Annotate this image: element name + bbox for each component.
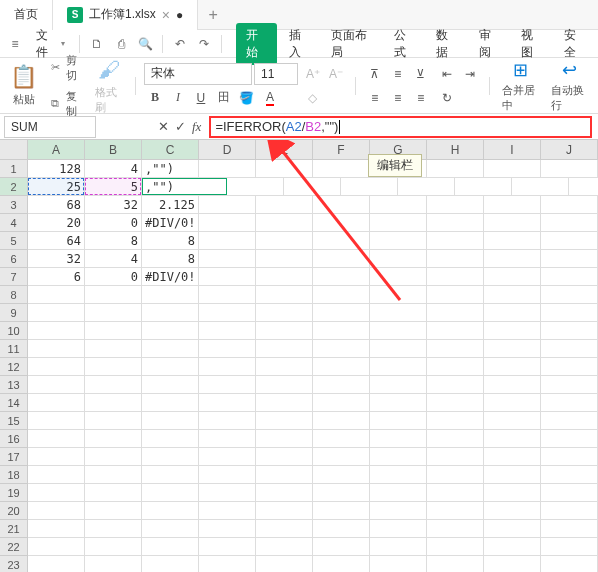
cell[interactable] [313, 466, 370, 484]
cell[interactable] [370, 286, 427, 304]
ribbon-tab-insert[interactable]: 插入 [279, 23, 319, 65]
cell[interactable] [541, 322, 598, 340]
cell[interactable] [256, 214, 313, 232]
cell[interactable] [85, 556, 142, 572]
row-header[interactable]: 11 [0, 340, 28, 358]
italic-button[interactable]: I [167, 87, 189, 109]
cell[interactable] [199, 466, 256, 484]
cell[interactable] [313, 196, 370, 214]
cell[interactable] [313, 322, 370, 340]
align-bottom-button[interactable]: ⊻ [410, 63, 432, 85]
app-menu-icon[interactable]: ≡ [4, 32, 26, 56]
cell[interactable] [541, 502, 598, 520]
cell[interactable] [484, 484, 541, 502]
cell[interactable] [199, 502, 256, 520]
cell[interactable] [313, 286, 370, 304]
cell[interactable] [256, 412, 313, 430]
cell[interactable]: 0 [85, 268, 142, 286]
cell[interactable]: 8 [142, 232, 199, 250]
font-size-select[interactable]: 11 [254, 63, 298, 85]
cell[interactable]: #DIV/0! [142, 214, 199, 232]
cell[interactable] [142, 466, 199, 484]
cell[interactable] [85, 412, 142, 430]
cell[interactable] [313, 502, 370, 520]
cell[interactable] [199, 340, 256, 358]
cell[interactable] [313, 268, 370, 286]
cell[interactable] [541, 394, 598, 412]
cell[interactable]: 8 [85, 232, 142, 250]
align-right-button[interactable]: ≡ [410, 87, 432, 109]
cell[interactable] [256, 286, 313, 304]
fx-icon[interactable]: fx [192, 119, 201, 135]
cell[interactable] [313, 214, 370, 232]
cell[interactable]: #DIV/0! [142, 268, 199, 286]
cell[interactable] [484, 556, 541, 572]
cell[interactable] [142, 286, 199, 304]
cell[interactable] [28, 286, 85, 304]
cell[interactable] [256, 250, 313, 268]
cell[interactable] [256, 520, 313, 538]
border-button[interactable]: 田 [213, 87, 235, 109]
cell[interactable]: 25 [28, 178, 85, 196]
cell[interactable] [199, 250, 256, 268]
cell[interactable] [199, 160, 256, 178]
cell[interactable] [85, 448, 142, 466]
cell[interactable] [199, 232, 256, 250]
wrap-text-button[interactable]: ↩ 自动换行 [547, 59, 592, 113]
cell[interactable] [227, 178, 284, 196]
cell[interactable] [370, 394, 427, 412]
cell[interactable] [484, 394, 541, 412]
column-header[interactable]: H [427, 140, 484, 160]
cell[interactable] [313, 394, 370, 412]
cell[interactable] [484, 214, 541, 232]
cell[interactable] [370, 340, 427, 358]
cell[interactable] [28, 394, 85, 412]
cell[interactable] [427, 520, 484, 538]
cell[interactable] [427, 340, 484, 358]
cell[interactable] [313, 412, 370, 430]
save-icon[interactable]: 🗋 [86, 32, 108, 56]
close-icon[interactable]: × [162, 7, 170, 23]
cell[interactable] [256, 196, 313, 214]
cell[interactable] [370, 376, 427, 394]
cell[interactable] [142, 394, 199, 412]
cell[interactable] [256, 556, 313, 572]
cell[interactable] [199, 430, 256, 448]
cell[interactable] [313, 160, 370, 178]
cell[interactable] [256, 430, 313, 448]
cell[interactable] [85, 520, 142, 538]
cell[interactable]: 32 [85, 196, 142, 214]
cell[interactable] [256, 502, 313, 520]
cell[interactable] [199, 484, 256, 502]
cells-area[interactable]: 1284,"")255,"")68322.125200#DIV/0!648832… [28, 160, 598, 572]
row-header[interactable]: 12 [0, 358, 28, 376]
column-header[interactable]: C [142, 140, 199, 160]
ribbon-tab-start[interactable]: 开始 [236, 23, 276, 65]
cell[interactable]: 128 [28, 160, 85, 178]
cell[interactable] [427, 358, 484, 376]
cell[interactable] [313, 232, 370, 250]
cell[interactable] [256, 322, 313, 340]
column-header[interactable]: E [256, 140, 313, 160]
row-header[interactable]: 6 [0, 250, 28, 268]
column-header[interactable]: D [199, 140, 256, 160]
cell[interactable] [541, 304, 598, 322]
cell[interactable] [85, 304, 142, 322]
cell[interactable] [370, 556, 427, 572]
cell[interactable] [85, 430, 142, 448]
cell[interactable] [427, 268, 484, 286]
cell[interactable] [484, 250, 541, 268]
cell[interactable] [199, 376, 256, 394]
row-header[interactable]: 10 [0, 322, 28, 340]
clear-format-button[interactable]: ◇ [302, 87, 324, 109]
print-icon[interactable]: ⎙ [110, 32, 132, 56]
cell[interactable] [370, 250, 427, 268]
row-header[interactable]: 13 [0, 376, 28, 394]
row-header[interactable]: 4 [0, 214, 28, 232]
cell[interactable] [541, 376, 598, 394]
cell[interactable] [28, 376, 85, 394]
cell[interactable] [569, 178, 598, 196]
cell[interactable] [541, 484, 598, 502]
row-header[interactable]: 14 [0, 394, 28, 412]
row-header[interactable]: 19 [0, 484, 28, 502]
